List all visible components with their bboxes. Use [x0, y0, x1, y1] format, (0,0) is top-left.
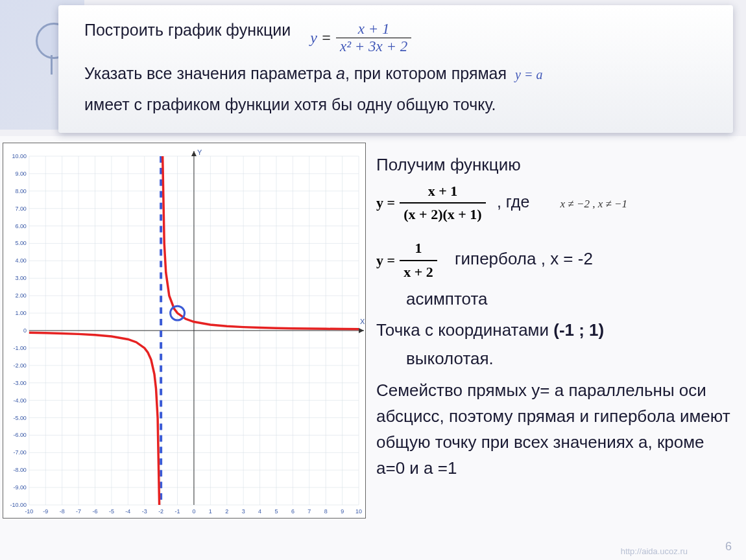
svg-text:1: 1	[209, 508, 212, 515]
line2-b: , при котором прямая	[345, 64, 507, 82]
content-area: -10-9-8-7-6-5-4-3-2-1012345678910-10.00-…	[0, 136, 746, 560]
svg-text:-3: -3	[142, 508, 147, 515]
svg-text:0: 0	[192, 508, 195, 515]
svg-text:-9: -9	[43, 508, 48, 515]
line-formula: y = a	[515, 67, 542, 82]
problem-statement-card: Построить график функции y = x + 1 x² + …	[58, 5, 733, 133]
svg-text:0: 0	[23, 327, 27, 334]
svg-text:4: 4	[258, 508, 261, 515]
hole-point: Точка с координатами (-1 ; 1)	[376, 317, 733, 343]
svg-text:2: 2	[225, 508, 228, 515]
chart-panel: -10-9-8-7-6-5-4-3-2-1012345678910-10.00-…	[0, 136, 370, 560]
param-a: а	[336, 64, 345, 82]
svg-marker-85	[359, 328, 364, 333]
svg-text:8.00: 8.00	[15, 188, 26, 194]
svg-text:Y: Y	[197, 148, 202, 156]
svg-text:7.00: 7.00	[15, 205, 26, 212]
main-formula: y = x + 1 x² + 3x + 2	[310, 21, 411, 55]
svg-text:-4.00: -4.00	[13, 397, 26, 404]
svg-text:-2: -2	[158, 508, 163, 515]
svg-marker-87	[191, 151, 197, 156]
svg-text:-1.00: -1.00	[13, 345, 26, 351]
page-number: 6	[725, 540, 732, 554]
svg-text:-7: -7	[76, 508, 81, 515]
svg-text:5.00: 5.00	[15, 240, 26, 246]
svg-text:-3.00: -3.00	[13, 380, 26, 386]
line3: имеет с графиком функции хотя бы одну об…	[84, 91, 715, 117]
svg-text:-6.00: -6.00	[13, 432, 26, 438]
svg-text:9: 9	[341, 508, 344, 515]
svg-text:-2.00: -2.00	[13, 362, 26, 369]
function-graph: -10-9-8-7-6-5-4-3-2-1012345678910-10.00-…	[3, 143, 366, 519]
svg-text:1.00: 1.00	[15, 310, 26, 316]
svg-text:3.00: 3.00	[15, 275, 26, 281]
family-lines: Семейство прямых у= а параллельны оси аб…	[376, 377, 733, 482]
sol-intro: Получим функцию	[376, 152, 733, 178]
svg-text:-1: -1	[175, 508, 180, 515]
solution-text: Получим функцию y = x + 1 (x + 2)(x + 1)…	[370, 136, 746, 560]
svg-text:8: 8	[324, 508, 328, 515]
svg-text:7: 7	[307, 508, 311, 515]
simplified-formula: y = 1 x + 2 гипербола , х = -2	[376, 237, 733, 283]
svg-text:6.00: 6.00	[15, 223, 26, 229]
task-prefix: Построить график функции	[84, 21, 291, 40]
svg-text:X: X	[360, 318, 365, 325]
svg-text:4.00: 4.00	[15, 257, 26, 264]
svg-text:-7.00: -7.00	[13, 449, 26, 456]
svg-text:-4: -4	[125, 508, 130, 515]
svg-text:10.00: 10.00	[12, 153, 26, 159]
svg-text:2.00: 2.00	[15, 292, 26, 299]
svg-text:9.00: 9.00	[15, 170, 26, 177]
svg-text:-8: -8	[60, 508, 65, 515]
footer-url: http://aida.ucoz.ru	[621, 546, 688, 556]
svg-text:-10.00: -10.00	[10, 502, 26, 508]
svg-text:5: 5	[274, 508, 278, 515]
asymptote-label: асимптота	[376, 286, 733, 312]
svg-text:-8.00: -8.00	[13, 467, 26, 473]
svg-text:3: 3	[242, 508, 245, 515]
line2-a: Указать все значения параметра	[84, 64, 336, 82]
svg-text:-5: -5	[109, 508, 114, 515]
svg-text:10: 10	[355, 508, 362, 515]
formula-factored: y = x + 1 (x + 2)(x + 1) , где x ≠ −2 , …	[376, 180, 733, 226]
svg-text:6: 6	[291, 508, 295, 515]
svg-text:-10: -10	[25, 508, 33, 515]
svg-text:-6: -6	[93, 508, 98, 515]
svg-text:-9.00: -9.00	[13, 484, 26, 491]
svg-text:-5.00: -5.00	[13, 415, 26, 421]
